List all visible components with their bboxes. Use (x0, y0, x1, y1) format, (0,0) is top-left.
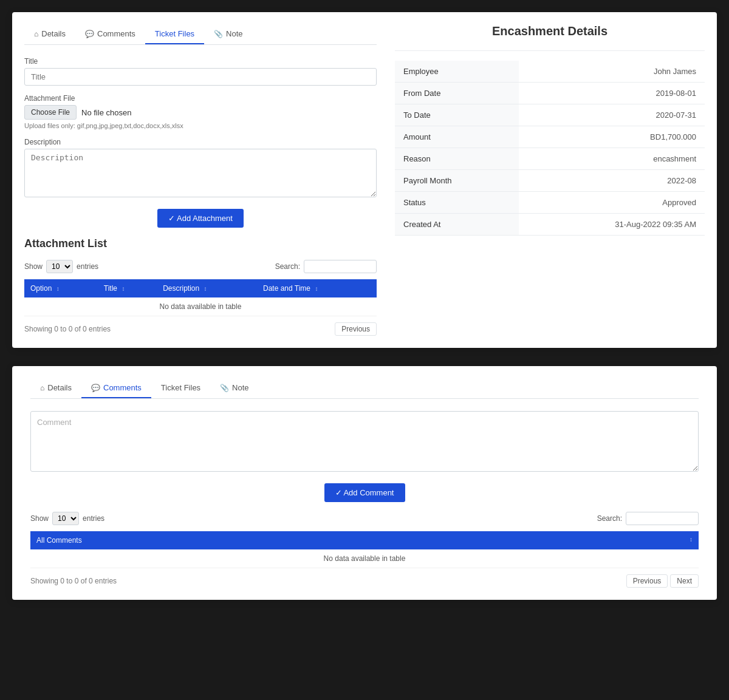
tab-comments[interactable]: 💬 Comments (75, 24, 145, 44)
attachment-prev-btn[interactable]: Previous (335, 322, 377, 336)
add-comment-button[interactable]: ✓ Add Comment (324, 483, 405, 502)
choose-file-btn[interactable]: Choose File (24, 105, 77, 120)
col-title: Title ↕ (98, 279, 157, 297)
attachment-file-label: Attachment File (24, 94, 377, 103)
tab-ticket-files[interactable]: Ticket Files (145, 24, 204, 44)
comment-table-controls: Show 10 25 50 entries Search: (30, 512, 699, 525)
bottom-panel-tabs: ⌂ Details 💬 Comments Ticket Files 📎 Note (30, 378, 699, 399)
attachment-file-group: Attachment File Choose File No file chos… (24, 94, 377, 129)
encashment-title: Encashment Details (395, 24, 705, 38)
attachment-table-header-row: Option ↕ Title ↕ Description ↕ (24, 279, 377, 297)
encashment-row-value: encashment (519, 148, 705, 170)
attachment-table: Option ↕ Title ↕ Description ↕ (24, 279, 377, 316)
paperclip-icon: 📎 (214, 30, 223, 38)
encashment-row-label: Reason (395, 148, 519, 170)
encashment-row-label: Amount (395, 126, 519, 148)
attachment-showing-text: Showing 0 to 0 of 0 entries (24, 325, 111, 333)
col-description: Description ↕ (157, 279, 257, 297)
left-section: ⌂ Details 💬 Comments Ticket Files 📎 Note… (24, 24, 377, 336)
top-panel: ⌂ Details 💬 Comments Ticket Files 📎 Note… (12, 12, 717, 348)
attachment-table-footer: Showing 0 to 0 of 0 entries Previous (24, 322, 377, 336)
description-group: Description (24, 138, 377, 199)
tab-details[interactable]: ⌂ Details (24, 24, 75, 44)
encashment-row-label: Status (395, 192, 519, 214)
comments-empty-message: No data available in table (30, 549, 699, 568)
encashment-details-table: Employee John James From Date 2019-08-01… (395, 61, 705, 236)
encashment-detail-row: From Date 2019-08-01 (395, 83, 705, 104)
no-file-text: No file chosen (81, 108, 131, 117)
comments-table: All Comments ↕ No data available in tabl… (30, 531, 699, 568)
comments-showing-text: Showing 0 to 0 of 0 entries (30, 577, 117, 585)
attachment-empty-message: No data available in table (24, 297, 377, 316)
search-area: Search: (275, 260, 377, 273)
bottom-tab-ticket-files[interactable]: Ticket Files (151, 378, 210, 398)
encashment-row-label: Employee (395, 61, 519, 83)
comment-search-area: Search: (597, 512, 699, 525)
description-input[interactable] (24, 149, 377, 197)
comments-prev-btn[interactable]: Previous (626, 574, 668, 588)
add-attachment-button[interactable]: ✓ Add Attachment (157, 209, 244, 228)
col-all-comments: All Comments ↕ (30, 531, 699, 549)
comments-table-footer: Showing 0 to 0 of 0 entries Previous Nex… (30, 574, 699, 588)
entries-select[interactable]: 10 25 50 (46, 260, 73, 273)
title-input[interactable] (24, 68, 377, 86)
encashment-detail-row: Amount BD1,700.000 (395, 126, 705, 148)
encashment-detail-row: Status Approved (395, 192, 705, 214)
add-comment-row: ✓ Add Comment (30, 483, 699, 502)
bottom-tab-details[interactable]: ⌂ Details (30, 378, 81, 398)
comment-search-input[interactable] (626, 512, 699, 525)
comment-icon: 💬 (85, 30, 94, 38)
encashment-row-value: 2022-08 (519, 170, 705, 192)
attachment-search-input[interactable] (304, 260, 377, 273)
file-hint: Upload files only: gif,png,jpg,jpeg,txt,… (24, 122, 377, 129)
encashment-detail-row: Payroll Month 2022-08 (395, 170, 705, 192)
encashment-row-label: Created At (395, 214, 519, 236)
home-icon: ⌂ (34, 30, 38, 38)
bottom-comment-icon: 💬 (91, 384, 100, 392)
attachment-list-title: Attachment List (24, 237, 377, 250)
encashment-row-label: To Date (395, 104, 519, 126)
sort-icon-description: ↕ (204, 285, 207, 292)
tab-note[interactable]: 📎 Note (204, 24, 252, 44)
description-label: Description (24, 138, 377, 146)
comments-empty-row: No data available in table (30, 549, 699, 568)
encashment-row-value: 2020-07-31 (519, 104, 705, 126)
file-upload-area: Choose File No file chosen (24, 105, 377, 120)
encashment-row-label: Payroll Month (395, 170, 519, 192)
attachment-pagination: Previous (335, 322, 377, 336)
comments-next-btn[interactable]: Next (670, 574, 699, 588)
attachment-table-controls: Show 10 25 50 entries Search: (24, 260, 377, 273)
encashment-detail-row: Reason encashment (395, 148, 705, 170)
encashment-detail-row: To Date 2020-07-31 (395, 104, 705, 126)
comment-show-entries: Show 10 25 50 entries (30, 512, 104, 525)
title-group: Title (24, 57, 377, 86)
bottom-panel-content: ⌂ Details 💬 Comments Ticket Files 📎 Note… (12, 366, 717, 600)
encashment-row-label: From Date (395, 83, 519, 104)
add-attachment-row: ✓ Add Attachment (24, 209, 377, 228)
col-option: Option ↕ (24, 279, 98, 297)
comment-entries-select[interactable]: 10 25 50 (52, 512, 79, 525)
bottom-panel: ⌂ Details 💬 Comments Ticket Files 📎 Note… (12, 366, 717, 600)
bottom-paperclip-icon: 📎 (220, 384, 229, 392)
sort-icon-title: ↕ (122, 285, 125, 292)
encashment-detail-row: Employee John James (395, 61, 705, 83)
encashment-divider (395, 50, 705, 51)
sort-icon-comments: ↕ (690, 536, 693, 543)
encashment-row-value: BD1,700.000 (519, 126, 705, 148)
comment-textarea[interactable] (30, 411, 699, 472)
attachment-list-section: Attachment List Show 10 25 50 entries Se… (24, 237, 377, 336)
show-entries: Show 10 25 50 entries (24, 260, 98, 273)
col-date-time: Date and Time ↕ (257, 279, 377, 297)
sort-icon-option: ↕ (56, 285, 60, 292)
bottom-tab-note[interactable]: 📎 Note (210, 378, 258, 398)
sort-icon-date-time: ↕ (315, 285, 318, 292)
bottom-tab-comments[interactable]: 💬 Comments (81, 378, 151, 398)
comment-group (30, 411, 699, 474)
comments-pagination: Previous Next (626, 574, 699, 588)
encashment-row-value: 2019-08-01 (519, 83, 705, 104)
attachment-empty-row: No data available in table (24, 297, 377, 316)
bottom-home-icon: ⌂ (40, 384, 44, 392)
title-label: Title (24, 57, 377, 66)
top-panel-tabs: ⌂ Details 💬 Comments Ticket Files 📎 Note (24, 24, 377, 45)
encashment-row-value: Approved (519, 192, 705, 214)
